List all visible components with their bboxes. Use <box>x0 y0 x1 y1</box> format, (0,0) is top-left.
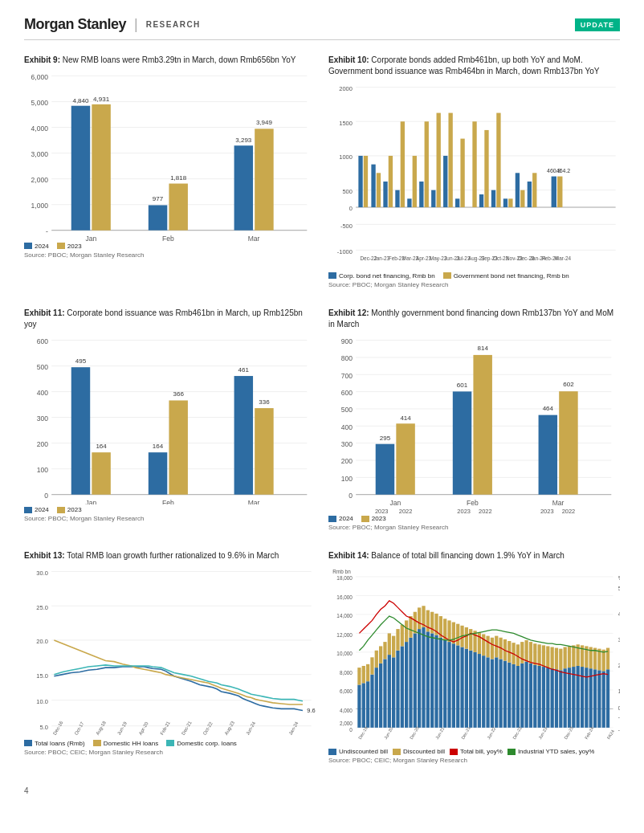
exhibit-10-title: Exhibit 10: Corporate bonds added Rmb461… <box>328 55 620 77</box>
exhibit-10-chart: 2000 1500 1000 500 0 -500 -1000 <box>328 80 620 280</box>
legend-item-2023-ex11: 2023 <box>57 506 82 513</box>
svg-rect-235 <box>370 657 373 674</box>
svg-rect-300 <box>512 664 515 728</box>
legend-item-hh-loans: Domestic HH loans <box>93 740 158 747</box>
svg-rect-236 <box>375 668 378 728</box>
svg-rect-49 <box>358 156 362 207</box>
svg-text:2,000: 2,000 <box>31 176 49 184</box>
svg-rect-342 <box>602 671 605 727</box>
legend-swatch-hh <box>93 740 101 746</box>
svg-rect-15 <box>92 104 110 231</box>
svg-text:40: 40 <box>618 611 620 617</box>
svg-rect-66 <box>460 139 464 207</box>
exhibit-14-legend: Undiscounted bill Discounted bill Total … <box>328 748 620 755</box>
svg-text:1500: 1500 <box>339 120 353 127</box>
svg-rect-309 <box>529 642 532 664</box>
svg-text:Dec-23: Dec-23 <box>563 725 574 740</box>
exhibit-11-chart: 600 500 400 300 200 100 0 495 164 <box>24 333 316 514</box>
svg-rect-113 <box>71 367 90 495</box>
svg-rect-315 <box>542 645 545 667</box>
svg-rect-318 <box>551 668 554 728</box>
svg-rect-266 <box>439 638 442 728</box>
brand-area: Morgan Stanley | RESEARCH <box>24 16 201 33</box>
svg-rect-256 <box>418 629 421 728</box>
svg-rect-239 <box>379 647 382 664</box>
exhibit-12-svg: 900 800 700 600 500 400 300 200 100 0 <box>328 333 620 513</box>
exhibit-14-svg: Rmb bn 18,000 16,000 14,000 12,000 10,00… <box>328 565 620 745</box>
exhibit-9-legend: 2024 2023 <box>24 243 316 250</box>
svg-text:3,000: 3,000 <box>31 150 49 158</box>
svg-rect-244 <box>392 657 395 728</box>
legend-swatch-2024-ex11 <box>24 507 32 513</box>
legend-swatch-2023 <box>57 243 65 249</box>
svg-text:1000: 1000 <box>339 153 353 161</box>
legend-swatch-discounted <box>393 749 401 755</box>
svg-rect-292 <box>495 657 498 728</box>
svg-text:700: 700 <box>341 371 353 379</box>
svg-text:-10: -10 <box>618 714 620 720</box>
svg-rect-291 <box>491 638 494 659</box>
legend-item-2024-ex11: 2024 <box>24 506 49 513</box>
svg-text:Jan: Jan <box>389 498 401 506</box>
svg-text:-1000: -1000 <box>337 248 353 255</box>
svg-text:Feb-21: Feb-21 <box>159 721 170 736</box>
svg-rect-305 <box>520 642 524 664</box>
svg-rect-289 <box>486 636 489 658</box>
svg-rect-302 <box>516 666 520 728</box>
svg-text:0: 0 <box>618 706 620 712</box>
svg-text:20.0: 20.0 <box>36 638 48 645</box>
svg-rect-281 <box>469 629 472 651</box>
svg-text:2022: 2022 <box>399 508 413 513</box>
exhibit-10-legend: Corp. bond net financing, Rmb bn Governm… <box>328 272 620 280</box>
svg-rect-78 <box>532 173 536 207</box>
svg-text:Mar: Mar <box>552 498 565 506</box>
svg-rect-275 <box>456 624 459 646</box>
svg-text:25.0: 25.0 <box>36 604 48 611</box>
svg-rect-250 <box>405 642 408 728</box>
svg-rect-60 <box>425 121 429 207</box>
svg-text:Rmb bn: Rmb bn <box>332 569 351 574</box>
svg-rect-55 <box>395 190 399 207</box>
svg-rect-260 <box>426 631 430 728</box>
svg-rect-154 <box>376 444 394 495</box>
legend-swatch-industrial <box>507 749 516 755</box>
svg-text:18,000: 18,000 <box>336 575 353 581</box>
svg-text:3,293: 3,293 <box>235 137 252 144</box>
exhibit-11-source: Source: PBOC; Morgan Stanley Research <box>24 515 316 522</box>
svg-text:100: 100 <box>341 475 353 483</box>
svg-rect-18 <box>149 205 167 230</box>
svg-rect-117 <box>149 452 167 495</box>
svg-text:-: - <box>46 227 48 235</box>
exhibit-9-chart: 6,000 5,000 4,000 3,000 2,000 1,000 - <box>24 69 316 250</box>
svg-rect-285 <box>478 632 481 654</box>
svg-text:14,000: 14,000 <box>336 613 353 619</box>
svg-text:414: 414 <box>400 414 411 422</box>
svg-rect-313 <box>538 644 541 666</box>
svg-rect-247 <box>396 629 399 651</box>
svg-text:Aug-18: Aug-18 <box>95 721 107 736</box>
brand-research: RESEARCH <box>146 20 201 29</box>
svg-text:Oct-17: Oct-17 <box>74 721 85 736</box>
legend-item-undiscounted: Undiscounted bill <box>328 748 388 755</box>
svg-text:200: 200 <box>37 440 48 448</box>
svg-text:15.0: 15.0 <box>36 672 48 680</box>
svg-text:30: 30 <box>618 637 620 643</box>
exhibit-14: Exhibit 14: Balance of total bill financ… <box>328 550 620 764</box>
svg-rect-270 <box>447 642 450 728</box>
svg-rect-229 <box>357 668 361 684</box>
svg-text:2023: 2023 <box>540 508 554 513</box>
legend-swatch-total-bill <box>450 749 458 755</box>
svg-text:2000: 2000 <box>339 85 353 92</box>
svg-rect-338 <box>593 669 597 728</box>
svg-rect-62 <box>437 113 441 207</box>
svg-rect-322 <box>559 670 562 728</box>
svg-rect-237 <box>375 651 378 668</box>
svg-text:0: 0 <box>44 492 48 500</box>
svg-rect-245 <box>392 636 395 658</box>
svg-text:602: 602 <box>563 381 574 388</box>
svg-text:Dec-19: Dec-19 <box>357 725 369 740</box>
svg-text:300: 300 <box>37 414 48 423</box>
svg-text:977: 977 <box>153 195 164 202</box>
svg-rect-242 <box>388 655 391 728</box>
svg-text:900: 900 <box>341 337 353 345</box>
